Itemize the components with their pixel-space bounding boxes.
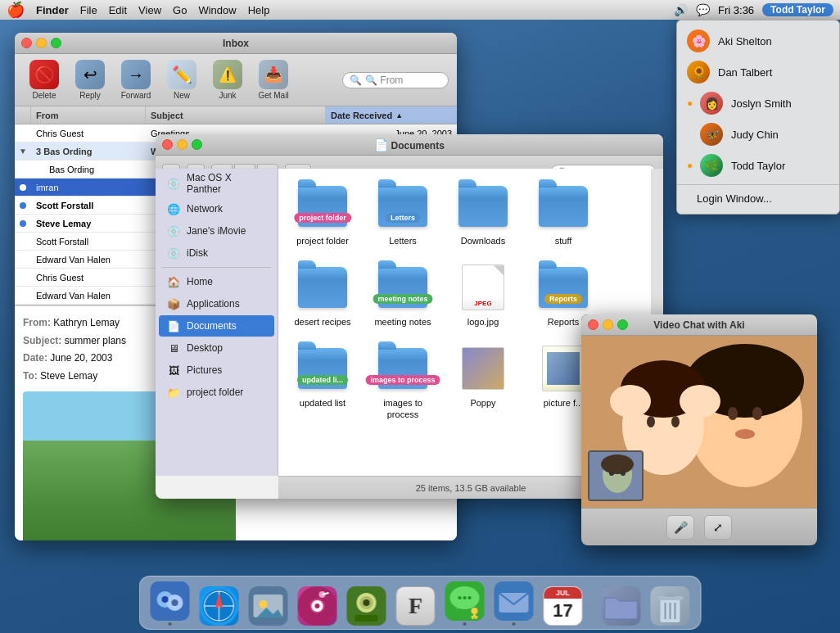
dock-folder[interactable] — [599, 586, 644, 626]
mail-search-box[interactable]: 🔍 🔍 From — [342, 72, 449, 88]
sidebar-item-documents[interactable]: 📄 Documents — [159, 315, 274, 337]
dock-itunes[interactable] — [296, 586, 340, 626]
ichat-dock-dot — [463, 622, 467, 626]
finder-item-stuff[interactable]: stuff — [527, 177, 599, 250]
dock-photos[interactable] — [246, 586, 291, 626]
reply-label: Reply — [79, 91, 101, 100]
dock-trash[interactable] — [648, 586, 693, 626]
sidebar-item-home[interactable]: 🏠 Home — [159, 271, 274, 292]
sidebar-label-imovie: Jane's iMovie — [187, 225, 246, 237]
dock-iphoto[interactable] — [345, 586, 389, 626]
sidebar-label-macosx: Mac OS X Panther — [187, 172, 268, 195]
avatar-dan: 🌻 — [687, 61, 710, 84]
menu-finder[interactable]: Finder — [36, 4, 69, 16]
finder-item-downloads[interactable]: Downloads — [447, 177, 519, 250]
col-from[interactable]: From — [31, 106, 146, 124]
col-date[interactable]: Date Received ▲ — [326, 106, 457, 124]
finder-item-poppy[interactable]: Poppy — [447, 339, 519, 423]
delete-button[interactable]: 🚫 Delete — [23, 57, 65, 103]
finder-item-logo[interactable]: JPEG logo.jpg — [447, 258, 519, 331]
finder-item-desert-recipes[interactable]: desert recipes — [287, 258, 359, 331]
finder-item-letters[interactable]: Letters Letters — [367, 177, 439, 250]
folder-icon-updated: updated li... — [296, 342, 349, 395]
item-label-picture: picture f... — [544, 398, 583, 409]
junk-button[interactable]: ⚠️ Junk — [206, 57, 249, 103]
finder-sidebar: 💿 Mac OS X Panther 🌐 Network 💿 Jane's iM… — [156, 169, 278, 476]
sidebar-item-pictures[interactable]: 🖼 Pictures — [159, 359, 274, 381]
sidebar-item-imovie[interactable]: 💿 Jane's iMovie — [159, 220, 274, 242]
finder-minimize-button[interactable] — [177, 139, 187, 150]
sidebar-divider — [162, 267, 271, 268]
item-label-letters: Letters — [389, 236, 417, 246]
login-window-button[interactable]: Login Window... — [677, 188, 839, 209]
user-menu-button[interactable]: Todd Taylor — [762, 3, 833, 16]
close-button[interactable] — [21, 38, 32, 48]
finder-close-button[interactable] — [162, 139, 173, 150]
apple-menu[interactable]: 🍎 — [7, 1, 25, 19]
traffic-lights — [21, 38, 61, 48]
svg-point-20 — [162, 596, 169, 603]
sidebar-item-macosx[interactable]: 💿 Mac OS X Panther — [159, 170, 274, 197]
minimize-button[interactable] — [36, 38, 47, 48]
finder-dock-icon — [151, 581, 190, 621]
mute-button[interactable]: 🎤 — [666, 515, 694, 540]
sidebar-item-project[interactable]: 📁 project folder — [159, 382, 274, 403]
finder-item-images[interactable]: images to process images to process — [367, 339, 439, 423]
svg-point-15 — [609, 471, 614, 476]
sidebar-item-applications[interactable]: 📦 Applications — [159, 293, 274, 314]
calendar-widget: JUL 17 — [544, 587, 582, 625]
row-from: Scott Forstall — [31, 201, 146, 210]
col-subject[interactable]: Subject — [146, 106, 326, 124]
new-button[interactable]: ✏️ New — [160, 57, 203, 103]
svg-point-34 — [315, 604, 320, 608]
row-from: imran — [31, 183, 146, 192]
mail-column-headers: From Subject Date Received ▲ — [15, 106, 457, 124]
menu-go[interactable]: Go — [173, 4, 187, 16]
user-todd[interactable]: ● 🌿 Todd Taylor — [677, 150, 839, 181]
get-mail-button[interactable]: 📥 Get Mail — [252, 57, 295, 103]
user-joslyn[interactable]: ● 👩 Joslyn Smith — [677, 88, 839, 119]
svg-point-4 — [752, 407, 762, 420]
menu-window[interactable]: Window — [198, 4, 236, 16]
dock-mail[interactable] — [492, 581, 536, 626]
mail-dock-icon — [495, 581, 534, 621]
dock-calendar[interactable]: JUL 17 — [541, 586, 585, 626]
new-label: New — [174, 91, 190, 100]
dock-ichat[interactable] — [443, 581, 487, 626]
menu-edit[interactable]: Edit — [109, 4, 127, 16]
dock-safari[interactable] — [197, 586, 242, 626]
volume-icon[interactable]: 🔊 — [674, 3, 688, 16]
finder-maximize-button[interactable] — [192, 139, 202, 150]
folder-icon-stuff — [537, 180, 589, 233]
reply-button[interactable]: ↩ Reply — [69, 57, 111, 103]
forward-button[interactable]: → Forward — [115, 57, 157, 103]
folder-tag-project: project folder — [294, 213, 351, 223]
row-from: Chris Guest — [31, 129, 146, 138]
video-minimize-button[interactable] — [603, 319, 613, 330]
dock-finder[interactable] — [148, 581, 192, 626]
finder-item-updated-list[interactable]: updated li... updated list — [287, 339, 359, 423]
video-close-button[interactable] — [588, 319, 598, 330]
folder-icon-meeting: meeting notes — [377, 261, 429, 314]
finder-item-meeting-notes[interactable]: meeting notes meeting notes — [367, 258, 439, 331]
sidebar-item-desktop[interactable]: 🖥 Desktop — [159, 337, 274, 359]
user-judy[interactable]: 🦋 Judy Chin — [677, 119, 839, 150]
maximize-button[interactable] — [51, 38, 61, 48]
dock-fontbook[interactable]: F — [394, 586, 438, 626]
user-dan[interactable]: 🌻 Dan Talbert — [677, 57, 839, 88]
menu-help[interactable]: Help — [248, 4, 270, 16]
sidebar-item-network[interactable]: 🌐 Network — [159, 198, 274, 219]
menu-file[interactable]: File — [80, 4, 97, 16]
fullscreen-button[interactable]: ⤢ — [704, 515, 732, 540]
folder-shape: Reports — [539, 267, 588, 308]
menu-view[interactable]: View — [138, 4, 161, 16]
video-maximize-button[interactable] — [617, 319, 628, 330]
sidebar-label-pictures: Pictures — [187, 364, 222, 376]
finder-item-project-folder[interactable]: project folder project folder — [287, 177, 359, 250]
speech-icon[interactable]: 💬 — [696, 3, 710, 16]
svg-point-30 — [260, 600, 268, 608]
new-icon: ✏️ — [167, 60, 196, 89]
user-aki[interactable]: 🌸 Aki Shelton — [677, 25, 839, 57]
sidebar-item-idisk[interactable]: 💿 iDisk — [159, 242, 274, 264]
from-value: Kathryn Lemay — [53, 317, 120, 328]
